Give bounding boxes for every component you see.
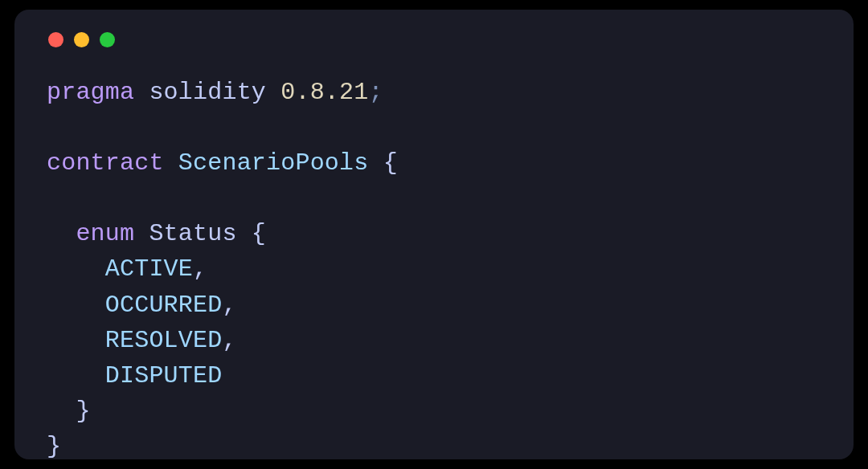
- code-block: pragma solidity 0.8.21; contract Scenari…: [47, 75, 821, 459]
- version-number: 0.8.21: [280, 79, 368, 106]
- keyword-pragma: pragma: [47, 79, 134, 106]
- comma: ,: [222, 292, 236, 319]
- enum-value: OCCURRED: [105, 292, 223, 319]
- window-minimize-icon[interactable]: [74, 32, 89, 47]
- enum-value: ACTIVE: [105, 255, 193, 283]
- close-brace: }: [76, 398, 90, 425]
- ident-solidity: solidity: [149, 79, 266, 106]
- semicolon: ;: [368, 79, 383, 106]
- keyword-contract: contract: [47, 149, 164, 177]
- close-brace: }: [47, 433, 61, 459]
- traffic-lights: [48, 32, 821, 47]
- keyword-enum: enum: [76, 220, 134, 247]
- contract-name: ScenarioPools: [178, 149, 369, 177]
- open-brace: {: [383, 149, 398, 177]
- window-close-icon[interactable]: [48, 32, 63, 47]
- window-zoom-icon[interactable]: [100, 32, 115, 47]
- enum-value: RESOLVED: [105, 327, 223, 354]
- enum-value: DISPUTED: [105, 362, 223, 389]
- comma: ,: [193, 255, 207, 283]
- comma: ,: [222, 327, 236, 354]
- open-brace: {: [252, 220, 266, 247]
- code-window: pragma solidity 0.8.21; contract Scenari…: [14, 10, 854, 459]
- enum-name: Status: [149, 220, 236, 247]
